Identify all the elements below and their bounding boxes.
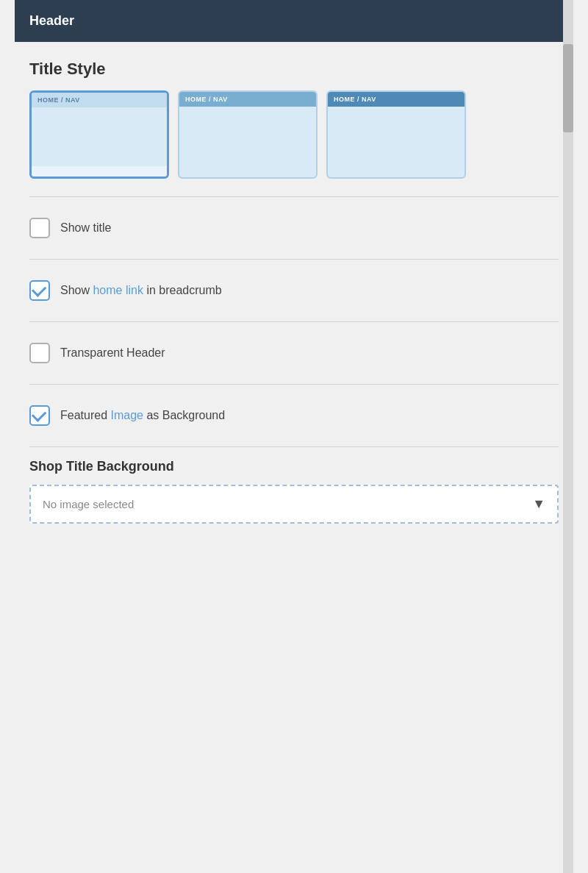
transparent-header-label: Transparent Header [60, 346, 165, 360]
panel-body: Title Style HOME / NAV HOME / NAV HOME /… [15, 42, 573, 541]
transparent-header-checkbox[interactable] [29, 343, 50, 363]
panel-header: Header [15, 0, 573, 42]
card-1-nav: HOME / NAV [32, 93, 167, 107]
scrollbar-thumb[interactable] [563, 44, 573, 132]
card-3-body [328, 107, 465, 165]
featured-image-row: Featured Image as Background [29, 391, 559, 441]
style-card-2[interactable]: HOME / NAV [178, 90, 318, 179]
show-title-checkbox[interactable] [29, 218, 50, 238]
featured-image-label: Featured Image as Background [60, 409, 225, 422]
style-card-3[interactable]: HOME / NAV [326, 90, 466, 179]
divider-4 [29, 384, 559, 385]
header-panel: Header Title Style HOME / NAV HOME / NAV… [15, 0, 573, 873]
image-selector-dropdown[interactable]: No image selected ▼ [29, 485, 559, 524]
divider-2 [29, 259, 559, 260]
divider-3 [29, 321, 559, 322]
divider-1 [29, 196, 559, 197]
image-selector-placeholder: No image selected [43, 498, 134, 510]
panel-header-title: Header [29, 13, 74, 28]
featured-image-checkbox[interactable] [29, 405, 50, 426]
show-home-link-checkbox[interactable] [29, 280, 50, 301]
shop-title-bg-section: Shop Title Background No image selected … [29, 459, 559, 524]
card-2-body [179, 107, 316, 165]
dropdown-arrow-icon: ▼ [532, 496, 545, 512]
show-home-link-label: Show home link in breadcrumb [60, 284, 222, 297]
style-card-1[interactable]: HOME / NAV [29, 90, 169, 179]
show-home-link-row: Show home link in breadcrumb [29, 266, 559, 316]
card-3-nav: HOME / NAV [328, 92, 465, 107]
show-home-link-highlight: home link [93, 284, 143, 296]
show-title-row: Show title [29, 203, 559, 253]
divider-5 [29, 446, 559, 447]
card-2-nav: HOME / NAV [179, 92, 316, 107]
show-title-label: Show title [60, 221, 111, 235]
scrollbar[interactable] [563, 0, 573, 873]
shop-title-bg-heading: Shop Title Background [29, 459, 559, 474]
card-1-body [32, 107, 167, 166]
title-style-heading: Title Style [29, 60, 559, 79]
style-cards-container: HOME / NAV HOME / NAV HOME / NAV [29, 90, 559, 179]
transparent-header-row: Transparent Header [29, 328, 559, 378]
featured-image-highlight: Image [110, 409, 143, 421]
